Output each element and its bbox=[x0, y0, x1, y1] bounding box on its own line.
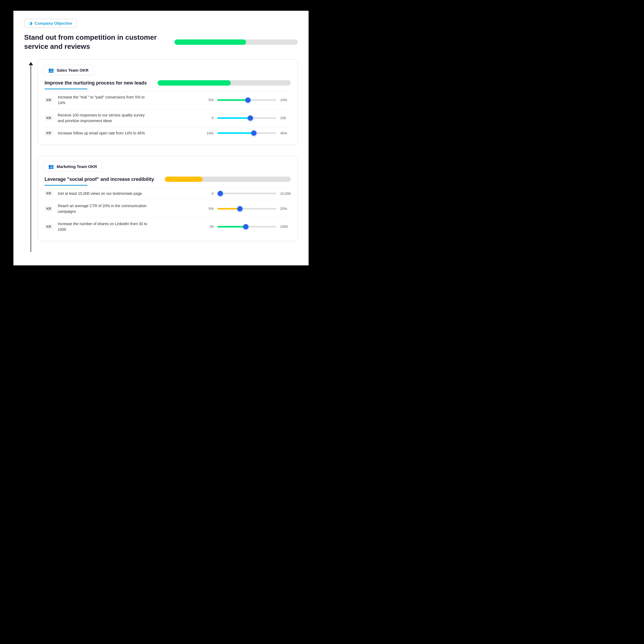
marketing-team-okr-section: 👥 Marketing Team OKR Leverage "social pr… bbox=[38, 156, 298, 241]
sales-team-okr-section: 👥 Sales Team OKR Improve the nurturing p… bbox=[38, 59, 298, 145]
kr-badge: KR bbox=[45, 97, 53, 103]
marketing-objective-row: Leverage "social proof" and increase cre… bbox=[38, 172, 298, 183]
marketing-team-icon: 👥 bbox=[48, 164, 54, 169]
kr-slider-track[interactable] bbox=[217, 132, 276, 134]
kr-max-label: 15,000 bbox=[280, 192, 291, 196]
objective-progress-track bbox=[174, 39, 298, 45]
kr-min-label: 5% bbox=[206, 98, 214, 102]
objective-title: Stand out from competition in customer s… bbox=[24, 33, 158, 51]
kr-slider-section: 30 1000 bbox=[157, 225, 291, 229]
kr-max-label: 20% bbox=[280, 207, 291, 211]
table-row: KR Increase follow up email open rate fr… bbox=[45, 127, 291, 139]
kr-slider-section: 0 100 bbox=[157, 116, 291, 120]
kr-badge: KR bbox=[45, 224, 53, 229]
company-objective-icon: ◑ bbox=[29, 21, 32, 26]
okr-content-area: 👥 Sales Team OKR Improve the nurturing p… bbox=[38, 59, 298, 252]
marketing-kr-list: KR Get at least 15,000 views on our test… bbox=[38, 187, 298, 241]
kr-description: Increase the number of shares on LinkedI… bbox=[58, 221, 152, 232]
company-objective-label: Company Objective bbox=[35, 21, 72, 25]
marketing-obj-progress-track bbox=[165, 177, 291, 182]
kr-slider-section: 5% 14% bbox=[157, 98, 291, 102]
kr-max-label: 45% bbox=[280, 131, 291, 135]
kr-badge: KR bbox=[45, 130, 53, 136]
sales-objective-title: Improve the nurturing process for new le… bbox=[45, 80, 147, 86]
kr-description: Reach an average CTR of 20% in the commu… bbox=[58, 203, 152, 214]
kr-slider-thumb[interactable] bbox=[245, 97, 251, 103]
kr-slider-section: 14% 45% bbox=[157, 131, 291, 135]
company-objective-badge: ◑ Company Objective bbox=[24, 19, 77, 28]
kr-badge: KR bbox=[45, 191, 53, 196]
timeline-vertical-line bbox=[31, 65, 31, 252]
kr-max-label: 1000 bbox=[280, 225, 291, 229]
kr-slider-track[interactable] bbox=[217, 226, 276, 228]
objective-progress-container bbox=[174, 39, 298, 45]
sales-obj-underline bbox=[45, 89, 87, 89]
kr-slider-thumb[interactable] bbox=[248, 115, 253, 121]
sales-obj-progress-track bbox=[158, 80, 291, 86]
marketing-obj-underline bbox=[45, 185, 87, 186]
marketing-obj-progress-fill bbox=[165, 177, 203, 182]
kr-slider-track[interactable] bbox=[217, 208, 276, 210]
objective-header: Stand out from competition in customer s… bbox=[24, 33, 298, 51]
objective-progress-fill bbox=[174, 39, 246, 45]
kr-badge: KR bbox=[45, 206, 53, 211]
sales-obj-progress-fill bbox=[158, 80, 231, 86]
sales-team-okr-header: 👥 Sales Team OKR bbox=[43, 65, 94, 75]
sales-team-icon: 👥 bbox=[48, 67, 54, 73]
marketing-objective-title: Leverage "social proof" and increase cre… bbox=[45, 177, 154, 182]
kr-slider-thumb[interactable] bbox=[237, 206, 243, 211]
kr-slider-thumb[interactable] bbox=[218, 191, 223, 196]
table-row: KR Receive 100 responses to our service … bbox=[45, 109, 291, 127]
kr-min-label: 0 bbox=[206, 116, 214, 120]
kr-description: Increase follow up email open rate from … bbox=[58, 130, 152, 136]
sales-kr-list: KR Increase the "trial " to "paid" conve… bbox=[38, 91, 298, 145]
sales-objective-row: Improve the nurturing process for new le… bbox=[38, 75, 298, 87]
kr-slider-fill bbox=[217, 226, 246, 228]
timeline-arrow-up bbox=[29, 62, 33, 65]
kr-slider-fill bbox=[217, 117, 250, 119]
kr-description: Increase the "trial " to "paid" conversi… bbox=[58, 94, 152, 106]
kr-slider-track[interactable] bbox=[217, 193, 276, 194]
content-with-timeline: 👥 Sales Team OKR Improve the nurturing p… bbox=[24, 59, 298, 252]
kr-min-label: 14% bbox=[206, 131, 214, 135]
kr-description: Get at least 15,000 views on our testimo… bbox=[58, 191, 152, 196]
kr-slider-fill bbox=[217, 132, 254, 134]
kr-slider-fill bbox=[217, 208, 240, 210]
kr-slider-section: 0 15,000 bbox=[157, 192, 291, 196]
kr-description: Receive 100 responses to our service qua… bbox=[58, 112, 152, 124]
kr-min-label: 5% bbox=[206, 207, 214, 211]
kr-min-label: 30 bbox=[206, 225, 214, 229]
table-row: KR Get at least 15,000 views on our test… bbox=[45, 187, 291, 200]
table-row: KR Increase the number of shares on Link… bbox=[45, 218, 291, 236]
marketing-obj-progress-container bbox=[165, 177, 291, 182]
kr-max-label: 100 bbox=[280, 116, 291, 120]
marketing-team-label: Marketing Team OKR bbox=[57, 164, 97, 169]
kr-max-label: 14% bbox=[280, 98, 291, 102]
kr-min-label: 0 bbox=[206, 192, 214, 196]
table-row: KR Reach an average CTR of 20% in the co… bbox=[45, 200, 291, 218]
kr-slider-thumb[interactable] bbox=[243, 224, 248, 229]
marketing-team-okr-header: 👥 Marketing Team OKR bbox=[43, 161, 102, 172]
sales-team-label: Sales Team OKR bbox=[57, 68, 89, 72]
kr-slider-fill bbox=[217, 99, 248, 101]
sales-obj-progress-container bbox=[158, 80, 291, 86]
kr-slider-track[interactable] bbox=[217, 117, 276, 119]
table-row: KR Increase the "trial " to "paid" conve… bbox=[45, 91, 291, 109]
kr-slider-section: 5% 20% bbox=[157, 207, 291, 211]
kr-slider-thumb[interactable] bbox=[251, 130, 257, 136]
kr-slider-track[interactable] bbox=[217, 99, 276, 101]
timeline-sidebar bbox=[24, 59, 38, 252]
kr-badge: KR bbox=[45, 115, 53, 121]
